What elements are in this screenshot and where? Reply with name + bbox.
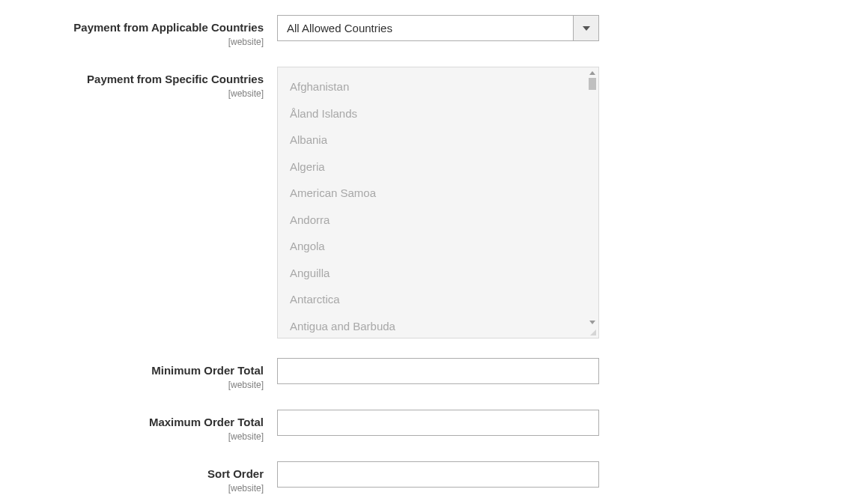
max-order-total-label: Maximum Order Total bbox=[149, 416, 264, 428]
applicable-countries-selected[interactable]: All Allowed Countries bbox=[277, 15, 573, 41]
field-col: All Allowed Countries bbox=[277, 15, 599, 41]
multiselect-option[interactable]: Afghanistan bbox=[290, 73, 598, 100]
multiselect-scrollbar[interactable] bbox=[586, 67, 598, 327]
specific-countries-scope: [website] bbox=[22, 88, 264, 99]
label-col: Minimum Order Total [website] bbox=[22, 358, 277, 390]
multiselect-option[interactable]: Algeria bbox=[290, 154, 598, 180]
multiselect-options: AfghanistanÅland IslandsAlbaniaAlgeriaAm… bbox=[290, 73, 598, 339]
multiselect-option[interactable]: American Samoa bbox=[290, 180, 598, 207]
row-min-order-total: Minimum Order Total [website] bbox=[22, 358, 831, 390]
chevron-down-icon bbox=[583, 26, 590, 31]
specific-countries-label: Payment from Specific Countries bbox=[87, 73, 264, 85]
sort-order-label: Sort Order bbox=[207, 467, 264, 480]
applicable-countries-scope: [website] bbox=[22, 37, 264, 47]
multiselect-option[interactable]: Åland Islands bbox=[290, 100, 598, 127]
label-col: Maximum Order Total [website] bbox=[22, 410, 277, 442]
scroll-thumb[interactable] bbox=[589, 78, 596, 90]
field-col bbox=[277, 358, 599, 384]
applicable-countries-select[interactable]: All Allowed Countries bbox=[277, 15, 599, 41]
multiselect-option[interactable]: Anguilla bbox=[290, 260, 598, 287]
field-col bbox=[277, 461, 599, 488]
row-sort-order: Sort Order [website] bbox=[22, 461, 831, 494]
field-col bbox=[277, 410, 599, 436]
max-order-total-scope: [website] bbox=[22, 431, 264, 442]
multiselect-option[interactable]: Antigua and Barbuda bbox=[290, 313, 598, 340]
row-applicable-countries: Payment from Applicable Countries [websi… bbox=[22, 15, 831, 47]
scroll-up-arrow-icon[interactable] bbox=[586, 67, 598, 78]
scroll-track[interactable] bbox=[586, 78, 598, 317]
sort-order-scope: [website] bbox=[22, 483, 264, 494]
specific-countries-multiselect[interactable]: AfghanistanÅland IslandsAlbaniaAlgeriaAm… bbox=[277, 67, 599, 338]
sort-order-input[interactable] bbox=[277, 461, 599, 488]
row-specific-countries: Payment from Specific Countries [website… bbox=[22, 67, 831, 338]
resize-grip-icon[interactable] bbox=[588, 327, 598, 338]
max-order-total-input[interactable] bbox=[277, 410, 599, 436]
multiselect-option[interactable]: Angola bbox=[290, 233, 598, 260]
applicable-countries-label: Payment from Applicable Countries bbox=[73, 21, 264, 34]
field-col: AfghanistanÅland IslandsAlbaniaAlgeriaAm… bbox=[277, 67, 599, 338]
label-col: Sort Order [website] bbox=[22, 461, 277, 494]
label-col: Payment from Specific Countries [website… bbox=[22, 67, 277, 99]
label-col: Payment from Applicable Countries [websi… bbox=[22, 15, 277, 47]
select-arrow-button[interactable] bbox=[573, 15, 599, 41]
min-order-total-scope: [website] bbox=[22, 380, 264, 390]
multiselect-option[interactable]: Antarctica bbox=[290, 286, 598, 313]
multiselect-option[interactable]: Andorra bbox=[290, 207, 598, 234]
row-max-order-total: Maximum Order Total [website] bbox=[22, 410, 831, 442]
multiselect-option[interactable]: Albania bbox=[290, 127, 598, 154]
min-order-total-label: Minimum Order Total bbox=[151, 364, 264, 377]
min-order-total-input[interactable] bbox=[277, 358, 599, 384]
scroll-down-arrow-icon[interactable] bbox=[586, 317, 598, 327]
